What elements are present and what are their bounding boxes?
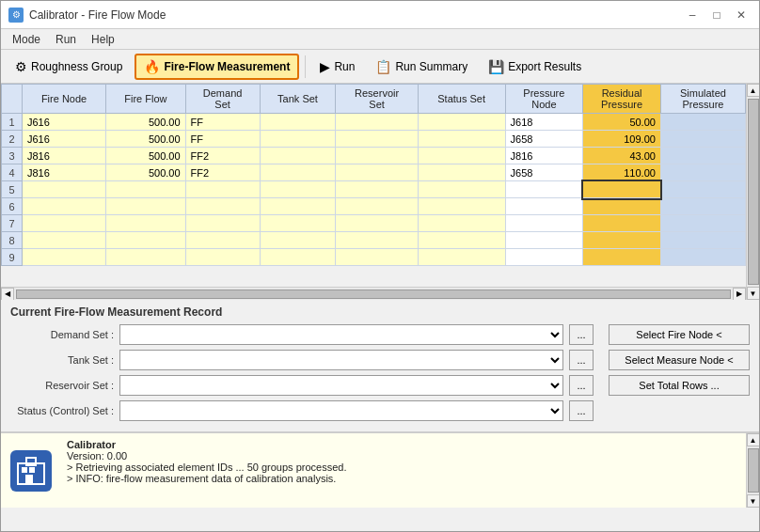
cell-residual-pressure[interactable]: 109.00 [583, 131, 661, 148]
run-button[interactable]: ▶ Run [311, 54, 363, 80]
table-row[interactable]: 3 J816 500.00 FF2 J816 43.00 [2, 148, 746, 164]
cell-fire-node[interactable] [23, 232, 106, 249]
cell-simulated-pressure[interactable] [660, 114, 745, 131]
cell-demand-set[interactable]: FF [185, 114, 260, 131]
menu-run[interactable]: Run [48, 31, 84, 48]
cell-simulated-pressure[interactable] [660, 215, 745, 232]
cell-simulated-pressure[interactable] [660, 232, 745, 249]
cell-fire-flow[interactable]: 500.00 [106, 148, 186, 164]
cell-fire-flow[interactable]: 500.00 [106, 131, 186, 148]
cell-fire-node[interactable]: J616 [23, 114, 106, 131]
cell-residual-pressure[interactable] [583, 215, 661, 232]
roughness-group-button[interactable]: ⚙ Roughness Group [7, 54, 131, 80]
horizontal-scrollbar[interactable]: ◀ ▶ [1, 287, 746, 300]
cell-residual-pressure[interactable]: 110.00 [583, 164, 661, 181]
close-button[interactable]: ✕ [731, 5, 752, 25]
reservoir-set-select[interactable] [119, 375, 563, 396]
cell-fire-node[interactable] [23, 249, 106, 266]
table-row[interactable]: 7 [2, 215, 746, 232]
cell-reservoir-set[interactable] [336, 131, 418, 148]
table-scroll[interactable]: Fire Node Fire Flow DemandSet Tank Set R… [1, 84, 746, 287]
cell-simulated-pressure[interactable] [660, 164, 745, 181]
cell-fire-node[interactable]: J616 [23, 131, 106, 148]
cell-tank-set[interactable] [260, 148, 336, 164]
cell-residual-pressure[interactable]: 50.00 [583, 114, 661, 131]
cell-fire-node[interactable]: J816 [23, 164, 106, 181]
cell-status-set[interactable] [418, 114, 505, 131]
cell-fire-node[interactable] [23, 215, 106, 232]
cell-demand-set[interactable]: FF2 [185, 164, 260, 181]
cell-simulated-pressure[interactable] [660, 181, 745, 198]
cell-tank-set[interactable] [260, 249, 336, 266]
cell-status-set[interactable] [418, 181, 505, 198]
cell-demand-set[interactable] [185, 249, 260, 266]
cell-residual-pressure[interactable] [583, 198, 661, 215]
cell-status-set[interactable] [418, 131, 505, 148]
cell-simulated-pressure[interactable] [660, 148, 745, 164]
cell-pressure-node[interactable]: J618 [505, 114, 583, 131]
cell-pressure-node[interactable]: J658 [505, 131, 583, 148]
vertical-scrollbar[interactable]: ▲ ▼ [746, 84, 759, 300]
table-row[interactable]: 6 [2, 198, 746, 215]
cell-simulated-pressure[interactable] [660, 249, 745, 266]
select-fire-node-button[interactable]: Select Fire Node < [609, 324, 750, 345]
cell-tank-set[interactable] [260, 232, 336, 249]
status-control-set-ellipsis-btn[interactable]: ... [569, 400, 594, 421]
cell-fire-flow[interactable] [106, 215, 186, 232]
cell-status-set[interactable] [418, 198, 505, 215]
cell-residual-pressure[interactable] [583, 249, 661, 266]
maximize-button[interactable]: □ [706, 5, 727, 25]
cell-fire-flow[interactable] [106, 232, 186, 249]
cell-demand-set[interactable] [185, 232, 260, 249]
cell-reservoir-set[interactable] [336, 181, 418, 198]
cell-pressure-node[interactable]: J658 [505, 164, 583, 181]
demand-set-select[interactable] [119, 324, 563, 345]
scroll-left-arrow[interactable]: ◀ [1, 288, 14, 301]
scroll-right-arrow[interactable]: ▶ [733, 288, 746, 301]
cell-demand-set[interactable]: FF2 [185, 148, 260, 164]
cell-pressure-node[interactable] [505, 198, 583, 215]
cell-residual-pressure[interactable] [583, 181, 661, 198]
cell-reservoir-set[interactable] [336, 114, 418, 131]
cell-pressure-node[interactable] [505, 249, 583, 266]
export-results-button[interactable]: 💾 Export Results [480, 54, 590, 80]
cell-pressure-node[interactable] [505, 215, 583, 232]
cell-demand-set[interactable] [185, 215, 260, 232]
select-measure-node-button[interactable]: Select Measure Node < [609, 350, 750, 370]
cell-status-set[interactable] [418, 215, 505, 232]
tank-set-select[interactable] [119, 350, 563, 370]
cell-status-set[interactable] [418, 164, 505, 181]
cell-reservoir-set[interactable] [336, 232, 418, 249]
status-control-set-select[interactable] [119, 400, 563, 421]
cell-reservoir-set[interactable] [336, 249, 418, 266]
cell-demand-set[interactable] [185, 198, 260, 215]
cell-simulated-pressure[interactable] [660, 198, 745, 215]
cell-tank-set[interactable] [260, 131, 336, 148]
cell-reservoir-set[interactable] [336, 164, 418, 181]
table-row[interactable]: 2 J616 500.00 FF J658 109.00 [2, 131, 746, 148]
cell-simulated-pressure[interactable] [660, 131, 745, 148]
log-scrollbar[interactable]: ▲ ▼ [746, 433, 759, 508]
cell-demand-set[interactable] [185, 181, 260, 198]
cell-status-set[interactable] [418, 148, 505, 164]
minimize-button[interactable]: – [682, 5, 703, 25]
table-row[interactable]: 8 [2, 232, 746, 249]
cell-status-set[interactable] [418, 249, 505, 266]
cell-fire-node[interactable]: J816 [23, 148, 106, 164]
fire-flow-measurement-button[interactable]: 🔥 Fire-Flow Measurement [135, 54, 299, 80]
set-total-rows-button[interactable]: Set Total Rows ... [609, 375, 750, 396]
cell-tank-set[interactable] [260, 164, 336, 181]
cell-reservoir-set[interactable] [336, 198, 418, 215]
cell-residual-pressure[interactable]: 43.00 [583, 148, 661, 164]
cell-tank-set[interactable] [260, 181, 336, 198]
menu-help[interactable]: Help [84, 31, 122, 48]
cell-tank-set[interactable] [260, 215, 336, 232]
cell-tank-set[interactable] [260, 114, 336, 131]
cell-pressure-node[interactable] [505, 232, 583, 249]
run-summary-button[interactable]: 📋 Run Summary [367, 54, 476, 80]
cell-residual-pressure[interactable] [583, 232, 661, 249]
cell-fire-node[interactable] [23, 198, 106, 215]
cell-fire-flow[interactable] [106, 181, 186, 198]
cell-status-set[interactable] [418, 232, 505, 249]
log-scroll-down-arrow[interactable]: ▼ [747, 494, 760, 508]
